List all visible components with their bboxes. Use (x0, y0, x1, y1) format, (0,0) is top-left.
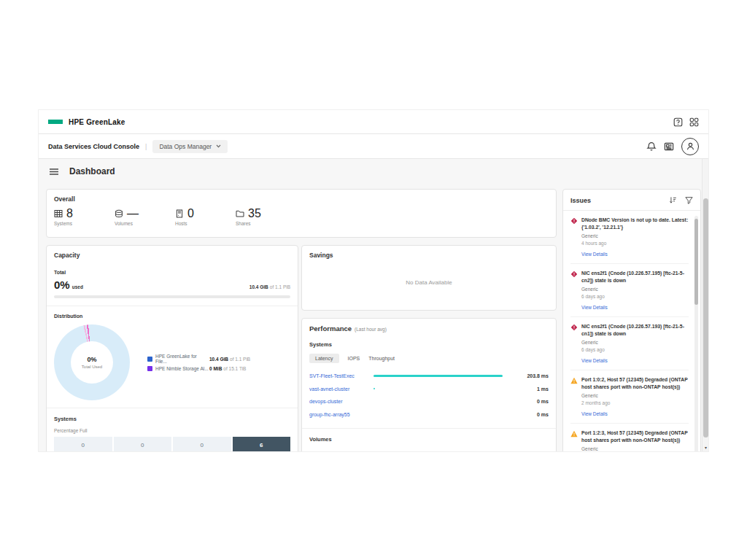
capacity-total-label: Total (54, 270, 290, 275)
capacity-used-of: of 1.1 PiB (270, 284, 290, 289)
page-scrollbar-thumb[interactable] (703, 198, 708, 438)
issue-category: Generic (581, 233, 689, 238)
console-title: Data Services Cloud Console (48, 143, 139, 150)
performance-row: group-fhc-array55 0 ms (309, 408, 549, 421)
issue-time: 6 days ago (581, 347, 689, 352)
legend-swatch-blue (147, 357, 152, 362)
issue-title: Port 1:2:3, Host 57 (12345) Degraded (ON… (581, 429, 689, 443)
issue-item[interactable]: NIC ens2f1 (Cnode (10.226.57.195) [ftc-2… (570, 264, 689, 317)
whats-new-button[interactable] (664, 141, 674, 152)
legend-of: of 15.1 TiB (223, 366, 246, 371)
scrollbar-down-arrow[interactable]: ▾ (703, 445, 708, 451)
view-details-link[interactable]: View Details (581, 252, 608, 257)
filter-button[interactable] (685, 196, 693, 204)
bucket-segment[interactable]: 0 (54, 437, 112, 451)
system-link[interactable]: vast-avnet-cluster (309, 386, 374, 392)
view-details-link[interactable]: View Details (581, 411, 608, 416)
apps-grid-button[interactable] (689, 117, 699, 127)
divider (302, 428, 556, 429)
filter-icon (685, 196, 693, 204)
critical-icon (570, 217, 578, 259)
overall-title: Overall (54, 195, 549, 203)
volumes-count: — (127, 208, 139, 219)
shares-count: 35 (248, 208, 261, 219)
issues-scrollbar-thumb[interactable] (694, 219, 698, 305)
distribution-label: Distribution (54, 314, 290, 319)
issue-category: Generic (581, 393, 689, 398)
performance-systems-label: Systems (309, 341, 549, 348)
warning-icon (570, 430, 578, 451)
view-details-link[interactable]: View Details (581, 358, 608, 363)
brand-title: HPE GreenLake (69, 118, 125, 126)
page-title: Dashboard (69, 166, 115, 176)
issues-title: Issues (570, 197, 591, 204)
capacity-panel: Capacity Total 0% used 10.4 GiB of 1.1 P… (46, 245, 298, 451)
donut-legend: HPE GreenLake for File... 10.4 GiB of 1.… (147, 351, 250, 373)
issue-item[interactable]: Port 1:2:3, Host 57 (12345) Degraded (ON… (570, 424, 689, 451)
systems-icon (54, 209, 63, 218)
issues-panel: Issues (562, 189, 701, 451)
latency-value: 203.8 ms (509, 373, 549, 378)
view-details-link[interactable]: View Details (581, 305, 608, 310)
latency-bar (374, 388, 375, 390)
legend-item[interactable]: HPE Nimble Storage Al... 0 MiB of 15.1 T… (147, 366, 250, 371)
shares-icon (236, 209, 244, 218)
capacity-used-amount: 10.4 GiB (249, 284, 268, 289)
stat-volumes[interactable]: — Volumes (115, 208, 148, 226)
stat-hosts[interactable]: 0 Hosts (175, 208, 209, 226)
tab-latency[interactable]: Latency (309, 354, 339, 363)
issue-item[interactable]: Port 1:0:2, Host 57 (12345) Degraded (ON… (570, 370, 689, 424)
hosts-icon (175, 209, 184, 218)
app-selector-dropdown[interactable]: Data Ops Manager (152, 140, 228, 153)
performance-row: SVT-Fleet-TestExec 203.8 ms (309, 370, 549, 383)
systems-label: Systems (54, 221, 88, 226)
bucket-segment[interactable]: 0 (173, 437, 231, 451)
legend-amount: 0 MiB (209, 366, 222, 371)
systems-count: 8 (66, 208, 73, 219)
donut-center-label: Total Used (82, 365, 102, 369)
tab-throughput[interactable]: Throughput (368, 354, 395, 363)
latency-bar-track (374, 388, 509, 390)
sort-button[interactable] (669, 196, 677, 204)
legend-name: HPE Nimble Storage Al... (155, 366, 209, 371)
donut-center: 0% Total Used (71, 341, 113, 384)
notifications-button[interactable] (646, 141, 657, 152)
savings-empty-text: No Data Available (302, 279, 556, 286)
legend-name: HPE GreenLake for File... (155, 354, 209, 364)
issue-time: 2 months ago (581, 400, 689, 405)
system-link[interactable]: devops-cluster (309, 399, 374, 404)
issue-item[interactable]: DNode BMC Version is not up to date. Lat… (570, 211, 689, 264)
savings-title: Savings (309, 252, 549, 259)
system-link[interactable]: SVT-Fleet-TestExec (309, 373, 374, 378)
issues-scrollbar[interactable] (694, 216, 698, 451)
bucket-segment-dark[interactable]: 6 (233, 437, 291, 451)
volumes-label: Volumes (115, 221, 148, 226)
capacity-used-suffix: used (72, 284, 83, 289)
stat-systems[interactable]: 8 Systems (54, 208, 88, 226)
overall-panel: Overall 8 Systems (46, 189, 557, 238)
top-header: HPE GreenLake (39, 110, 708, 134)
bucket-segment[interactable]: 0 (114, 437, 172, 451)
capacity-donut-chart: 0% Total Used (54, 324, 130, 400)
issue-item[interactable]: NIC ens2f1 (Cnode (10.226.57.193) [ftc-2… (570, 317, 689, 370)
issue-title: Port 1:0:2, Host 57 (12345) Degraded (ON… (581, 376, 689, 390)
chevron-down-icon (216, 144, 221, 148)
tab-iops[interactable]: IOPS (348, 354, 360, 363)
issue-title: DNode BMC Version is not up to date. Lat… (581, 217, 689, 230)
issue-title: NIC ens2f1 (Cnode (10.226.57.195) [ftc-2… (581, 270, 689, 284)
issues-list: DNode BMC Version is not up to date. Lat… (563, 211, 700, 451)
apps-grid-icon (689, 117, 699, 127)
shares-label: Shares (236, 221, 269, 226)
sort-icon (669, 196, 677, 204)
dashboard-main: Dashboard Overall 8 Systems (39, 159, 708, 451)
hamburger-menu-button[interactable] (50, 168, 58, 175)
help-button[interactable] (673, 117, 683, 127)
header-separator: | (145, 143, 147, 150)
system-link[interactable]: group-fhc-array55 (309, 412, 374, 417)
stat-shares[interactable]: 35 Shares (236, 208, 269, 226)
page-scrollbar[interactable]: ▾ (702, 159, 708, 451)
performance-panel: Performance (Last hour avg) Systems Late… (301, 318, 557, 451)
user-avatar[interactable] (681, 138, 699, 155)
legend-item[interactable]: HPE GreenLake for File... 10.4 GiB of 1.… (147, 354, 250, 364)
browser-viewport: HPE GreenLake (38, 109, 709, 452)
